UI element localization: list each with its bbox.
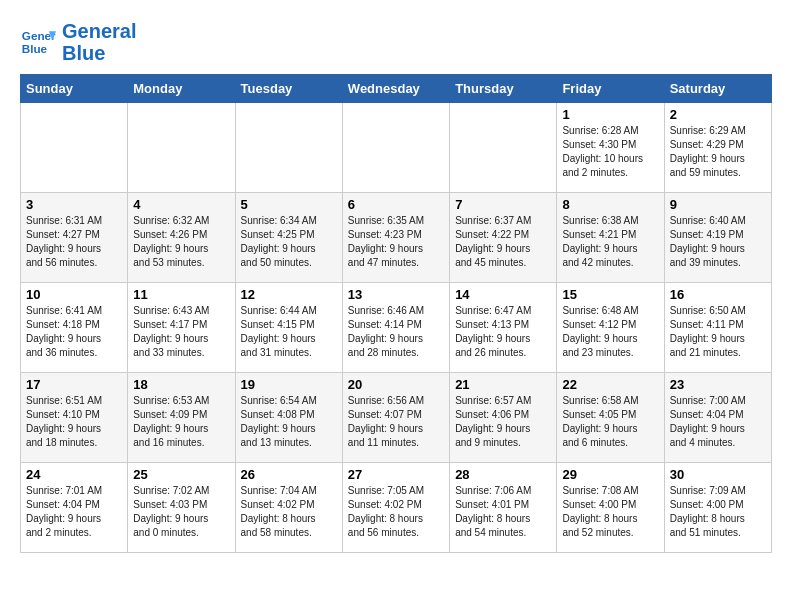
- day-info: Sunrise: 6:37 AM Sunset: 4:22 PM Dayligh…: [455, 214, 551, 270]
- day-info: Sunrise: 7:05 AM Sunset: 4:02 PM Dayligh…: [348, 484, 444, 540]
- calendar-cell: 18Sunrise: 6:53 AM Sunset: 4:09 PM Dayli…: [128, 373, 235, 463]
- day-info: Sunrise: 6:48 AM Sunset: 4:12 PM Dayligh…: [562, 304, 658, 360]
- day-info: Sunrise: 7:06 AM Sunset: 4:01 PM Dayligh…: [455, 484, 551, 540]
- weekday-header: Saturday: [664, 75, 771, 103]
- page-header: General Blue GeneralBlue: [20, 20, 772, 64]
- calendar-cell: 3Sunrise: 6:31 AM Sunset: 4:27 PM Daylig…: [21, 193, 128, 283]
- calendar-cell: 12Sunrise: 6:44 AM Sunset: 4:15 PM Dayli…: [235, 283, 342, 373]
- day-number: 29: [562, 467, 658, 482]
- calendar-cell: 30Sunrise: 7:09 AM Sunset: 4:00 PM Dayli…: [664, 463, 771, 553]
- day-info: Sunrise: 6:56 AM Sunset: 4:07 PM Dayligh…: [348, 394, 444, 450]
- day-number: 8: [562, 197, 658, 212]
- day-info: Sunrise: 6:34 AM Sunset: 4:25 PM Dayligh…: [241, 214, 337, 270]
- calendar-week-row: 17Sunrise: 6:51 AM Sunset: 4:10 PM Dayli…: [21, 373, 772, 463]
- calendar-cell: 7Sunrise: 6:37 AM Sunset: 4:22 PM Daylig…: [450, 193, 557, 283]
- calendar-table: SundayMondayTuesdayWednesdayThursdayFrid…: [20, 74, 772, 553]
- day-number: 22: [562, 377, 658, 392]
- day-info: Sunrise: 6:31 AM Sunset: 4:27 PM Dayligh…: [26, 214, 122, 270]
- calendar-cell: 25Sunrise: 7:02 AM Sunset: 4:03 PM Dayli…: [128, 463, 235, 553]
- day-info: Sunrise: 7:09 AM Sunset: 4:00 PM Dayligh…: [670, 484, 766, 540]
- weekday-header: Friday: [557, 75, 664, 103]
- calendar-cell: 27Sunrise: 7:05 AM Sunset: 4:02 PM Dayli…: [342, 463, 449, 553]
- day-info: Sunrise: 6:51 AM Sunset: 4:10 PM Dayligh…: [26, 394, 122, 450]
- weekday-header-row: SundayMondayTuesdayWednesdayThursdayFrid…: [21, 75, 772, 103]
- day-info: Sunrise: 6:47 AM Sunset: 4:13 PM Dayligh…: [455, 304, 551, 360]
- weekday-header: Wednesday: [342, 75, 449, 103]
- day-number: 11: [133, 287, 229, 302]
- calendar-cell: 14Sunrise: 6:47 AM Sunset: 4:13 PM Dayli…: [450, 283, 557, 373]
- day-number: 1: [562, 107, 658, 122]
- day-number: 18: [133, 377, 229, 392]
- day-info: Sunrise: 6:44 AM Sunset: 4:15 PM Dayligh…: [241, 304, 337, 360]
- calendar-cell: 1Sunrise: 6:28 AM Sunset: 4:30 PM Daylig…: [557, 103, 664, 193]
- day-number: 13: [348, 287, 444, 302]
- weekday-header: Tuesday: [235, 75, 342, 103]
- day-info: Sunrise: 6:53 AM Sunset: 4:09 PM Dayligh…: [133, 394, 229, 450]
- day-number: 16: [670, 287, 766, 302]
- day-info: Sunrise: 7:00 AM Sunset: 4:04 PM Dayligh…: [670, 394, 766, 450]
- svg-text:Blue: Blue: [22, 42, 48, 55]
- logo-text: GeneralBlue: [62, 20, 136, 64]
- calendar-cell: 8Sunrise: 6:38 AM Sunset: 4:21 PM Daylig…: [557, 193, 664, 283]
- calendar-cell: 6Sunrise: 6:35 AM Sunset: 4:23 PM Daylig…: [342, 193, 449, 283]
- calendar-cell: 10Sunrise: 6:41 AM Sunset: 4:18 PM Dayli…: [21, 283, 128, 373]
- day-number: 20: [348, 377, 444, 392]
- calendar-cell: 28Sunrise: 7:06 AM Sunset: 4:01 PM Dayli…: [450, 463, 557, 553]
- day-number: 4: [133, 197, 229, 212]
- weekday-header: Sunday: [21, 75, 128, 103]
- calendar-cell: 23Sunrise: 7:00 AM Sunset: 4:04 PM Dayli…: [664, 373, 771, 463]
- day-number: 14: [455, 287, 551, 302]
- weekday-header: Monday: [128, 75, 235, 103]
- day-info: Sunrise: 7:08 AM Sunset: 4:00 PM Dayligh…: [562, 484, 658, 540]
- calendar-cell: 29Sunrise: 7:08 AM Sunset: 4:00 PM Dayli…: [557, 463, 664, 553]
- day-info: Sunrise: 6:40 AM Sunset: 4:19 PM Dayligh…: [670, 214, 766, 270]
- calendar-week-row: 1Sunrise: 6:28 AM Sunset: 4:30 PM Daylig…: [21, 103, 772, 193]
- day-number: 5: [241, 197, 337, 212]
- calendar-cell: 11Sunrise: 6:43 AM Sunset: 4:17 PM Dayli…: [128, 283, 235, 373]
- calendar-cell: 5Sunrise: 6:34 AM Sunset: 4:25 PM Daylig…: [235, 193, 342, 283]
- calendar-cell: [342, 103, 449, 193]
- day-info: Sunrise: 6:46 AM Sunset: 4:14 PM Dayligh…: [348, 304, 444, 360]
- day-number: 24: [26, 467, 122, 482]
- day-number: 15: [562, 287, 658, 302]
- day-number: 30: [670, 467, 766, 482]
- day-info: Sunrise: 6:41 AM Sunset: 4:18 PM Dayligh…: [26, 304, 122, 360]
- day-info: Sunrise: 6:28 AM Sunset: 4:30 PM Dayligh…: [562, 124, 658, 180]
- logo-icon: General Blue: [20, 24, 56, 60]
- day-number: 23: [670, 377, 766, 392]
- day-number: 26: [241, 467, 337, 482]
- calendar-week-row: 3Sunrise: 6:31 AM Sunset: 4:27 PM Daylig…: [21, 193, 772, 283]
- calendar-cell: 17Sunrise: 6:51 AM Sunset: 4:10 PM Dayli…: [21, 373, 128, 463]
- day-number: 19: [241, 377, 337, 392]
- calendar-cell: [450, 103, 557, 193]
- day-number: 6: [348, 197, 444, 212]
- day-number: 2: [670, 107, 766, 122]
- day-number: 12: [241, 287, 337, 302]
- calendar-cell: 16Sunrise: 6:50 AM Sunset: 4:11 PM Dayli…: [664, 283, 771, 373]
- day-info: Sunrise: 6:50 AM Sunset: 4:11 PM Dayligh…: [670, 304, 766, 360]
- calendar-cell: 20Sunrise: 6:56 AM Sunset: 4:07 PM Dayli…: [342, 373, 449, 463]
- logo: General Blue GeneralBlue: [20, 20, 136, 64]
- calendar-cell: 15Sunrise: 6:48 AM Sunset: 4:12 PM Dayli…: [557, 283, 664, 373]
- day-number: 25: [133, 467, 229, 482]
- day-number: 28: [455, 467, 551, 482]
- calendar-cell: 21Sunrise: 6:57 AM Sunset: 4:06 PM Dayli…: [450, 373, 557, 463]
- calendar-week-row: 24Sunrise: 7:01 AM Sunset: 4:04 PM Dayli…: [21, 463, 772, 553]
- day-info: Sunrise: 6:29 AM Sunset: 4:29 PM Dayligh…: [670, 124, 766, 180]
- day-info: Sunrise: 6:57 AM Sunset: 4:06 PM Dayligh…: [455, 394, 551, 450]
- day-number: 3: [26, 197, 122, 212]
- calendar-cell: [235, 103, 342, 193]
- day-info: Sunrise: 6:58 AM Sunset: 4:05 PM Dayligh…: [562, 394, 658, 450]
- day-number: 10: [26, 287, 122, 302]
- calendar-cell: 4Sunrise: 6:32 AM Sunset: 4:26 PM Daylig…: [128, 193, 235, 283]
- day-info: Sunrise: 6:43 AM Sunset: 4:17 PM Dayligh…: [133, 304, 229, 360]
- day-number: 17: [26, 377, 122, 392]
- day-info: Sunrise: 6:35 AM Sunset: 4:23 PM Dayligh…: [348, 214, 444, 270]
- calendar-cell: 26Sunrise: 7:04 AM Sunset: 4:02 PM Dayli…: [235, 463, 342, 553]
- day-info: Sunrise: 6:32 AM Sunset: 4:26 PM Dayligh…: [133, 214, 229, 270]
- day-info: Sunrise: 6:38 AM Sunset: 4:21 PM Dayligh…: [562, 214, 658, 270]
- day-info: Sunrise: 6:54 AM Sunset: 4:08 PM Dayligh…: [241, 394, 337, 450]
- day-number: 27: [348, 467, 444, 482]
- calendar-cell: 13Sunrise: 6:46 AM Sunset: 4:14 PM Dayli…: [342, 283, 449, 373]
- calendar-cell: 2Sunrise: 6:29 AM Sunset: 4:29 PM Daylig…: [664, 103, 771, 193]
